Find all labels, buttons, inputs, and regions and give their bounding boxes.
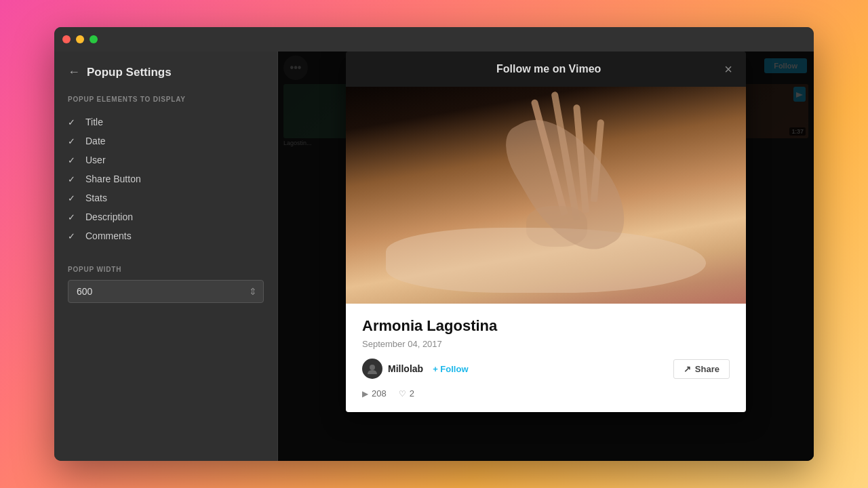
checkbox-stats-label: Stats: [85, 192, 107, 203]
checkbox-comments[interactable]: ✓ Comments: [68, 226, 264, 245]
app-window: ← Popup Settings POPUP ELEMENTS TO DISPL…: [54, 27, 814, 461]
checkbox-share-button[interactable]: ✓ Share Button: [68, 169, 264, 188]
modal-video-title: Armonia Lagostina: [362, 317, 730, 335]
modal-info: Armonia Lagostina September 04, 2017 Mil…: [346, 304, 746, 412]
checkbox-comments-label: Comments: [85, 230, 132, 241]
modal-avatar: [362, 359, 382, 379]
modal-overlay: Follow me on Vimeo ×: [278, 52, 814, 461]
checkbox-title-label: Title: [85, 117, 103, 127]
maximize-dot[interactable]: [90, 35, 98, 43]
check-icon: ✓: [68, 117, 79, 127]
check-icon: ✓: [68, 136, 79, 146]
share-label: Share: [695, 364, 719, 374]
video-placeholder: [346, 87, 746, 304]
popup-width-input[interactable]: [68, 280, 264, 303]
titlebar: [54, 27, 814, 52]
width-input-wrap: ⇕: [68, 280, 264, 303]
spinner-icon: ⇕: [249, 286, 257, 297]
modal-video[interactable]: [346, 87, 746, 304]
heart-icon: ♡: [399, 389, 406, 399]
back-button[interactable]: ←: [68, 65, 80, 79]
modal-header: Follow me on Vimeo ×: [346, 52, 746, 87]
modal-stats: ▶ 208 ♡ 2: [362, 388, 730, 399]
check-icon: ✓: [68, 155, 79, 165]
like-count-value: 2: [410, 388, 414, 399]
modal-share-button[interactable]: ↗ Share: [673, 359, 730, 379]
close-dot[interactable]: [62, 35, 71, 43]
checkbox-description[interactable]: ✓ Description: [68, 207, 264, 226]
checkbox-list: ✓ Title ✓ Date ✓ User ✓ Share Button ✓: [68, 113, 264, 245]
like-count: ♡ 2: [399, 388, 414, 399]
modal-title: Follow me on Vimeo: [373, 63, 724, 75]
modal-user-row: Millolab + Follow ↗ Share: [362, 359, 730, 379]
check-icon: ✓: [68, 231, 79, 241]
checkbox-title[interactable]: ✓ Title: [68, 113, 264, 131]
right-panel: ••• 1:33 Lagostin...: [278, 52, 814, 461]
checkbox-share-button-label: Share Button: [85, 174, 141, 184]
panel-title: Popup Settings: [87, 66, 172, 79]
share-icon: ↗: [684, 364, 691, 374]
checkbox-date[interactable]: ✓ Date: [68, 131, 264, 150]
left-panel: ← Popup Settings POPUP ELEMENTS TO DISPL…: [54, 52, 278, 461]
modal-popup: Follow me on Vimeo ×: [346, 52, 746, 412]
window-body: ← Popup Settings POPUP ELEMENTS TO DISPL…: [54, 52, 814, 461]
section-label: POPUP ELEMENTS TO DISPLAY: [68, 96, 264, 103]
checkbox-user-label: User: [85, 155, 106, 165]
modal-username[interactable]: Millolab: [388, 363, 423, 374]
modal-user-left: Millolab + Follow: [362, 359, 469, 379]
checkbox-user[interactable]: ✓ User: [68, 150, 264, 169]
back-header: ← Popup Settings: [68, 65, 264, 79]
checkbox-date-label: Date: [85, 136, 106, 146]
modal-follow-button[interactable]: + Follow: [433, 364, 468, 374]
minimize-dot[interactable]: [76, 35, 84, 43]
width-label: POPUP WIDTH: [68, 266, 264, 273]
check-icon: ✓: [68, 174, 79, 184]
modal-video-date: September 04, 2017: [362, 339, 730, 349]
check-icon: ✓: [68, 212, 79, 222]
play-icon: ▶: [362, 389, 368, 399]
modal-close-button[interactable]: ×: [724, 62, 732, 76]
play-count: ▶ 208: [362, 388, 387, 399]
check-icon: ✓: [68, 193, 79, 203]
play-count-value: 208: [372, 388, 387, 399]
svg-point-0: [370, 365, 375, 370]
checkbox-stats[interactable]: ✓ Stats: [68, 188, 264, 207]
checkbox-description-label: Description: [85, 211, 133, 222]
